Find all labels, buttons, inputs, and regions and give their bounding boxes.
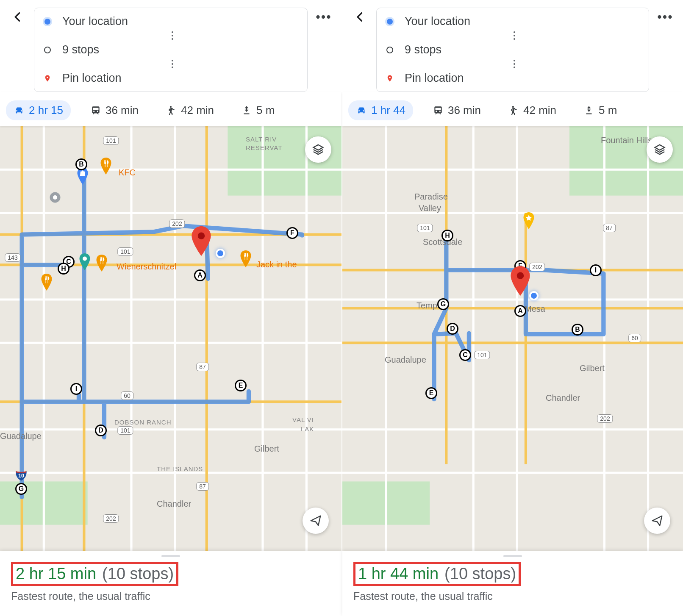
stop-marker-a[interactable]: A (514, 305, 526, 317)
mode-transit-label: 36 min (106, 104, 139, 117)
sheet-handle[interactable] (161, 555, 180, 557)
mode-ride[interactable]: 5 m (233, 100, 282, 120)
ride-icon (583, 105, 594, 116)
more-options-button[interactable]: ••• (656, 8, 675, 26)
svg-point-9 (389, 76, 391, 78)
svg-point-13 (517, 272, 524, 279)
route-stops-row: 9 stops (385, 43, 640, 56)
route-end-label: Pin location (405, 72, 464, 85)
poi-place-icon[interactable] (78, 253, 91, 272)
route-bottom-sheet[interactable]: 2 hr 15 min (10 stops) Fastest route, th… (0, 551, 342, 616)
stop-circle-icon (43, 47, 52, 53)
poi-generic-icon[interactable] (49, 189, 61, 208)
destination-pin-icon[interactable] (190, 226, 212, 258)
route-start-label: Your location (405, 15, 470, 28)
mode-car[interactable]: 2 hr 15 (6, 100, 71, 120)
route-end-row: Pin location (385, 72, 640, 85)
pin-icon (385, 74, 394, 83)
stop-marker-d[interactable]: D (95, 425, 107, 436)
route-stops-label: 9 stops (405, 43, 441, 56)
stop-marker-i[interactable]: I (70, 383, 82, 395)
mode-car-label: 2 hr 15 (29, 104, 63, 117)
map-canvas[interactable]: Fountain HillsParadiseValleyScottsdaleTe… (342, 126, 683, 551)
recenter-button[interactable] (644, 508, 670, 534)
transit-icon (90, 105, 101, 116)
svg-point-8 (198, 232, 205, 239)
stop-marker-a[interactable]: A (194, 269, 206, 281)
pane-right: Your location 9 stops Pin location ••• 1… (342, 0, 683, 616)
svg-point-7 (53, 195, 57, 200)
stop-marker-i[interactable]: I (590, 264, 602, 276)
current-location-dot (529, 291, 539, 300)
svg-point-0 (47, 76, 48, 78)
poi-star-icon[interactable] (522, 212, 535, 231)
mode-walk[interactable]: 42 min (500, 100, 564, 120)
stop-marker-e[interactable]: E (235, 380, 247, 391)
route-stops-label: 9 stops (62, 43, 99, 56)
car-icon (356, 105, 367, 116)
stop-marker-c[interactable]: C (459, 349, 471, 361)
walk-icon (508, 105, 519, 116)
current-location-dot (216, 249, 225, 258)
stop-marker-g[interactable]: G (15, 483, 27, 495)
route-stop-count: (10 stops) (444, 565, 516, 583)
stop-marker-g[interactable]: G (437, 298, 449, 310)
route-summary-card[interactable]: Your location 9 stops Pin location (34, 8, 308, 92)
route-start-label: Your location (62, 15, 128, 28)
mode-ride-label: 5 m (256, 104, 275, 117)
your-location-icon (385, 19, 394, 25)
map-layers-button[interactable] (305, 136, 331, 163)
svg-text:10: 10 (18, 473, 24, 479)
more-options-button[interactable]: ••• (314, 8, 333, 26)
back-button[interactable] (8, 8, 27, 26)
stop-marker-f[interactable]: F (286, 227, 298, 239)
mode-transit-label: 36 min (448, 104, 481, 117)
pane-left: Your location 9 stops Pin location ••• 2… (0, 0, 342, 616)
route-bottom-sheet[interactable]: 1 hr 44 min (10 stops) Fastest route, th… (342, 551, 683, 616)
route-stop-count: (10 stops) (102, 565, 174, 583)
walk-icon (166, 105, 177, 116)
mode-car[interactable]: 1 hr 44 (348, 100, 413, 120)
route-start-row: Your location (43, 15, 299, 28)
destination-pin-icon[interactable] (509, 266, 531, 297)
poi-food-icon[interactable] (100, 158, 112, 176)
stop-marker-d[interactable]: D (447, 323, 458, 335)
poi-food-icon[interactable] (40, 274, 53, 292)
transit-icon (433, 105, 444, 116)
mode-transit[interactable]: 36 min (425, 100, 489, 120)
route-start-row: Your location (385, 15, 640, 28)
travel-mode-bar: 1 hr 44 36 min 42 min 5 m (342, 92, 683, 126)
mode-walk-label: 42 min (181, 104, 214, 117)
stop-marker-h[interactable]: H (58, 263, 69, 275)
route-summary-card[interactable]: Your location 9 stops Pin location (376, 8, 649, 92)
svg-point-5 (83, 257, 87, 261)
route-duration: 2 hr 15 min (16, 565, 96, 583)
map-layers-button[interactable] (647, 136, 673, 163)
mode-car-label: 1 hr 44 (371, 104, 405, 117)
directions-header: Your location 9 stops Pin location ••• (342, 0, 683, 92)
map-canvas[interactable]: SALT RIVRESERVATDOBSON RANCHTHE ISLANDSV… (0, 126, 342, 551)
stop-marker-b[interactable]: B (572, 324, 583, 336)
your-location-icon (43, 19, 52, 25)
route-stops-row: 9 stops (43, 43, 299, 56)
mode-walk[interactable]: 42 min (158, 100, 222, 120)
route-end-label: Pin location (62, 72, 122, 85)
mode-ride[interactable]: 5 m (576, 100, 625, 120)
route-duration: 1 hr 44 min (358, 565, 439, 583)
sheet-handle[interactable] (503, 555, 522, 557)
poi-food-icon[interactable] (95, 255, 108, 273)
mode-ride-label: 5 m (599, 104, 617, 117)
pin-icon (43, 74, 52, 83)
stop-marker-h[interactable]: H (441, 230, 453, 241)
mode-transit[interactable]: 36 min (83, 100, 146, 120)
poi-food-icon[interactable] (239, 250, 252, 269)
poi-shop-icon[interactable] (76, 168, 89, 186)
travel-mode-bar: 2 hr 15 36 min 42 min 5 m (0, 92, 342, 126)
route-end-row: Pin location (43, 72, 299, 85)
stop-marker-e[interactable]: E (425, 387, 437, 399)
mode-walk-label: 42 min (523, 104, 556, 117)
recenter-button[interactable] (303, 508, 329, 534)
back-button[interactable] (351, 8, 369, 26)
stop-circle-icon (385, 47, 394, 53)
stop-marker-b[interactable]: B (75, 158, 87, 170)
